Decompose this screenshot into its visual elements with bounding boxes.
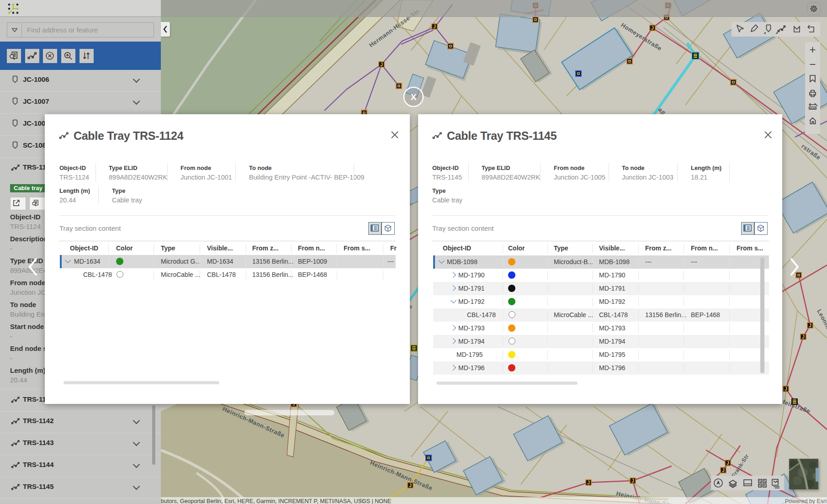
svg-text:J: J [722, 468, 725, 473]
svg-text:J: J [631, 478, 634, 483]
svg-text:J: J [380, 62, 383, 67]
svg-text:J: J [809, 323, 811, 328]
svg-text:J: J [802, 334, 805, 340]
svg-text:J: J [651, 26, 654, 31]
svg-text:J: J [726, 461, 729, 466]
svg-text:J: J [785, 387, 787, 392]
svg-text:X: X [411, 92, 417, 102]
svg-text:J: J [409, 483, 412, 488]
svg-text:J: J [433, 24, 436, 29]
svg-text:J: J [587, 480, 590, 485]
